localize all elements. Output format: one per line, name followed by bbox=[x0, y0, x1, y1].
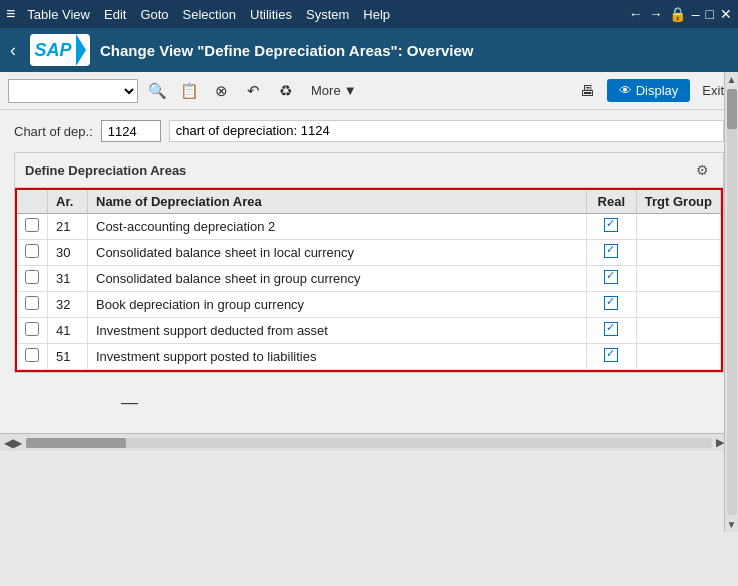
table-row: 31Consolidated balance sheet in group cu… bbox=[17, 266, 721, 292]
depreciation-areas-section: Define Depreciation Areas ⚙ Ar. Name of … bbox=[14, 152, 724, 373]
minus-icon[interactable]: ⊗ bbox=[208, 78, 234, 104]
row-select-cell[interactable] bbox=[17, 240, 48, 266]
col-header-checkbox bbox=[17, 190, 48, 214]
more-chevron-icon: ▼ bbox=[344, 83, 357, 98]
display-button[interactable]: 👁 Display bbox=[607, 79, 691, 102]
cell-trgt bbox=[636, 318, 720, 344]
toolbar-select[interactable] bbox=[8, 79, 138, 103]
cursor-indicator: ⸻ bbox=[120, 393, 138, 414]
close-btn[interactable]: ✕ bbox=[720, 6, 732, 22]
vscroll-thumb[interactable] bbox=[727, 89, 737, 129]
scroll-track[interactable] bbox=[26, 438, 712, 448]
cell-name: Consolidated balance sheet in local curr… bbox=[88, 240, 587, 266]
menu-tableview[interactable]: Table View bbox=[27, 7, 90, 22]
cell-ar: 31 bbox=[48, 266, 88, 292]
forward-nav-icon[interactable]: → bbox=[649, 6, 663, 22]
table-header-row: Ar. Name of Depreciation Area Real Trgt … bbox=[17, 190, 721, 214]
menu-utilities[interactable]: Utilities bbox=[250, 7, 292, 22]
menu-goto[interactable]: Goto bbox=[140, 7, 168, 22]
menu-selection[interactable]: Selection bbox=[183, 7, 236, 22]
cell-real[interactable] bbox=[586, 344, 636, 370]
section-header: Define Depreciation Areas ⚙ bbox=[15, 153, 723, 188]
menu-edit[interactable]: Edit bbox=[104, 7, 126, 22]
back-button[interactable]: ‹ bbox=[10, 40, 16, 61]
real-checked-icon[interactable] bbox=[604, 296, 618, 310]
settings-icon[interactable]: ⚙ bbox=[691, 159, 713, 181]
menu-bar: Table View Edit Goto Selection Utilities… bbox=[27, 7, 616, 22]
row-select-checkbox[interactable] bbox=[25, 270, 39, 284]
cell-ar: 32 bbox=[48, 292, 88, 318]
row-select-cell[interactable] bbox=[17, 292, 48, 318]
diagram-icon[interactable]: ♻ bbox=[272, 78, 298, 104]
table-row: 21Cost-accounting depreciation 2 bbox=[17, 214, 721, 240]
print-icon[interactable]: 🖶 bbox=[575, 78, 601, 104]
cell-trgt bbox=[636, 344, 720, 370]
maximize-btn[interactable]: □ bbox=[706, 6, 714, 22]
menu-system[interactable]: System bbox=[306, 7, 349, 22]
zoom-icon[interactable]: 🔍 bbox=[144, 78, 170, 104]
row-select-checkbox[interactable] bbox=[25, 244, 39, 258]
row-select-cell[interactable] bbox=[17, 344, 48, 370]
cell-ar: 41 bbox=[48, 318, 88, 344]
scroll-left-icon[interactable]: ▶ bbox=[13, 436, 22, 450]
vertical-scrollbar[interactable]: ▲ ▼ bbox=[724, 72, 738, 532]
undo-icon[interactable]: ↶ bbox=[240, 78, 266, 104]
vscroll-down-icon[interactable]: ▼ bbox=[727, 519, 737, 530]
display-icon: 👁 bbox=[619, 83, 632, 98]
chart-dep-row: Chart of dep.: chart of depreciation: 11… bbox=[14, 120, 724, 142]
cell-ar: 51 bbox=[48, 344, 88, 370]
more-button[interactable]: More ▼ bbox=[304, 80, 364, 101]
cell-ar: 21 bbox=[48, 214, 88, 240]
cell-name: Investment support posted to liabilities bbox=[88, 344, 587, 370]
row-select-cell[interactable] bbox=[17, 214, 48, 240]
minimize-btn[interactable]: – bbox=[692, 6, 700, 22]
row-select-checkbox[interactable] bbox=[25, 348, 39, 362]
hamburger-icon[interactable]: ≡ bbox=[6, 5, 15, 23]
table-container: Ar. Name of Depreciation Area Real Trgt … bbox=[15, 188, 723, 372]
table-row: 41Investment support deducted from asset bbox=[17, 318, 721, 344]
vscroll-up-icon[interactable]: ▲ bbox=[727, 74, 737, 85]
row-select-cell[interactable] bbox=[17, 318, 48, 344]
table-row: 51Investment support posted to liabiliti… bbox=[17, 344, 721, 370]
row-select-cell[interactable] bbox=[17, 266, 48, 292]
back-nav-icon[interactable]: ← bbox=[629, 6, 643, 22]
real-checked-icon[interactable] bbox=[604, 322, 618, 336]
cell-real[interactable] bbox=[586, 266, 636, 292]
lock-icon[interactable]: 🔒 bbox=[669, 6, 686, 22]
horizontal-scrollbar[interactable]: ◀ ▶ ▶ ▶ bbox=[0, 433, 738, 451]
scroll-right-icon[interactable]: ▶ bbox=[716, 436, 724, 449]
real-checked-icon[interactable] bbox=[604, 218, 618, 232]
cell-ar: 30 bbox=[48, 240, 88, 266]
row-select-checkbox[interactable] bbox=[25, 296, 39, 310]
cell-name: Investment support deducted from asset bbox=[88, 318, 587, 344]
scroll-far-left-icon[interactable]: ◀ bbox=[4, 436, 13, 450]
vscroll-track[interactable] bbox=[727, 89, 737, 515]
sap-logo: SAP bbox=[30, 34, 90, 66]
real-checked-icon[interactable] bbox=[604, 348, 618, 362]
chart-dep-code[interactable] bbox=[101, 120, 161, 142]
table-row: 30Consolidated balance sheet in local cu… bbox=[17, 240, 721, 266]
row-select-checkbox[interactable] bbox=[25, 322, 39, 336]
main-content: Chart of dep.: chart of depreciation: 11… bbox=[0, 110, 738, 373]
cell-trgt bbox=[636, 266, 720, 292]
col-header-name: Name of Depreciation Area bbox=[88, 190, 587, 214]
app-bar: ‹ SAP Change View "Define Depreciation A… bbox=[0, 28, 738, 72]
cell-real[interactable] bbox=[586, 292, 636, 318]
cell-real[interactable] bbox=[586, 318, 636, 344]
real-checked-icon[interactable] bbox=[604, 270, 618, 284]
cell-name: Consolidated balance sheet in group curr… bbox=[88, 266, 587, 292]
display-label: Display bbox=[636, 83, 679, 98]
real-checked-icon[interactable] bbox=[604, 244, 618, 258]
cell-real[interactable] bbox=[586, 214, 636, 240]
copy-icon[interactable]: 📋 bbox=[176, 78, 202, 104]
menu-help[interactable]: Help bbox=[363, 7, 390, 22]
window-controls: ← → 🔒 – □ ✕ bbox=[629, 6, 732, 22]
cell-trgt bbox=[636, 214, 720, 240]
more-label: More bbox=[311, 83, 341, 98]
row-select-checkbox[interactable] bbox=[25, 218, 39, 232]
sap-logo-triangle bbox=[76, 34, 86, 66]
bottom-area: ⸻ bbox=[0, 373, 738, 433]
scroll-thumb[interactable] bbox=[26, 438, 126, 448]
cell-real[interactable] bbox=[586, 240, 636, 266]
cell-name: Cost-accounting depreciation 2 bbox=[88, 214, 587, 240]
